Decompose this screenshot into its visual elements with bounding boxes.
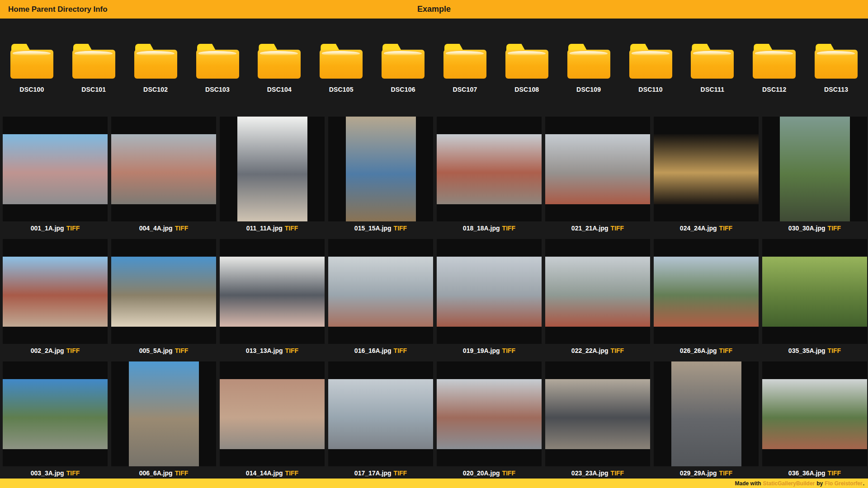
tiff-format-link[interactable]: TIFF xyxy=(285,225,298,232)
tiff-format-link[interactable]: TIFF xyxy=(175,225,189,232)
footer-builder-link[interactable]: StaticGalleryBuilder xyxy=(763,480,815,487)
photo-thumbnail[interactable] xyxy=(654,239,759,344)
photo-thumbnail[interactable] xyxy=(545,361,650,466)
tiff-format-link[interactable]: TIFF xyxy=(285,469,299,477)
photo-filename-link[interactable]: 014_14A.jpg xyxy=(246,469,283,477)
photo-image xyxy=(762,257,867,327)
tiff-format-link[interactable]: TIFF xyxy=(502,469,516,477)
photo-image xyxy=(654,134,759,204)
photo-filename-link[interactable]: 023_23A.jpg xyxy=(571,469,609,477)
folder-item[interactable]: DSC109 xyxy=(558,44,620,93)
tiff-format-link[interactable]: TIFF xyxy=(66,225,80,232)
photo-filename-link[interactable]: 024_24A.jpg xyxy=(680,225,717,232)
folder-item[interactable]: DSC106 xyxy=(372,44,434,93)
folder-item[interactable]: DSC112 xyxy=(743,44,805,93)
tiff-format-link[interactable]: TIFF xyxy=(394,347,407,354)
photo-cell: 026_26A.jpg TIFF xyxy=(654,239,759,361)
photo-filename-link[interactable]: 022_22A.jpg xyxy=(571,347,609,354)
tiff-format-link[interactable]: TIFF xyxy=(394,225,407,232)
photo-thumbnail[interactable] xyxy=(220,239,325,344)
photo-thumbnail[interactable] xyxy=(654,361,759,466)
photo-filename-link[interactable]: 017_17A.jpg xyxy=(354,469,392,477)
photo-thumbnail[interactable] xyxy=(220,361,325,466)
photo-filename-link[interactable]: 029_29A.jpg xyxy=(680,469,717,477)
nav-link[interactable]: Info xyxy=(93,5,107,14)
photo-thumbnail[interactable] xyxy=(545,117,650,221)
photo-filename-link[interactable]: 020_20A.jpg xyxy=(463,469,500,477)
photo-thumbnail[interactable] xyxy=(762,361,867,466)
photo-filename-link[interactable]: 036_36A.jpg xyxy=(788,469,826,477)
photo-filename-link[interactable]: 011_11A.jpg xyxy=(246,225,283,232)
photo-thumbnail[interactable] xyxy=(3,361,108,466)
nav-link[interactable]: Parent Directory xyxy=(32,5,91,14)
photo-label: 030_30A.jpg TIFF xyxy=(762,221,867,239)
photo-thumbnail[interactable] xyxy=(762,239,867,344)
folder-item[interactable]: DSC100 xyxy=(1,44,63,93)
photo-thumbnail[interactable] xyxy=(328,117,433,221)
folder-item[interactable]: DSC107 xyxy=(434,44,496,93)
footer-author-link[interactable]: Flo Greistorfer xyxy=(825,480,862,487)
folder-name: DSC112 xyxy=(762,86,786,93)
folder-item[interactable]: DSC103 xyxy=(187,44,249,93)
folder-item[interactable]: DSC108 xyxy=(496,44,558,93)
photo-thumbnail[interactable] xyxy=(3,117,108,221)
folder-item[interactable]: DSC101 xyxy=(63,44,125,93)
photo-filename-link[interactable]: 003_3A.jpg xyxy=(31,469,64,477)
tiff-format-link[interactable]: TIFF xyxy=(502,347,516,354)
photo-filename-link[interactable]: 013_13A.jpg xyxy=(246,347,283,354)
photo-thumbnail[interactable] xyxy=(654,117,759,221)
photo-filename-link[interactable]: 035_35A.jpg xyxy=(788,347,826,354)
photo-filename-link[interactable]: 030_30A.jpg xyxy=(788,225,826,232)
folder-item[interactable]: DSC104 xyxy=(248,44,310,93)
photo-cell: 005_5A.jpg TIFF xyxy=(111,239,216,361)
photo-thumbnail[interactable] xyxy=(328,239,433,344)
photo-thumbnail[interactable] xyxy=(437,117,542,221)
tiff-format-link[interactable]: TIFF xyxy=(828,347,841,354)
folder-item[interactable]: DSC111 xyxy=(681,44,743,93)
tiff-format-link[interactable]: TIFF xyxy=(394,469,407,477)
tiff-format-link[interactable]: TIFF xyxy=(502,225,516,232)
photo-filename-link[interactable]: 001_1A.jpg xyxy=(31,225,64,232)
tiff-format-link[interactable]: TIFF xyxy=(66,469,80,477)
photo-thumbnail[interactable] xyxy=(762,117,867,221)
photo-filename-link[interactable]: 016_16A.jpg xyxy=(354,347,392,354)
nav-link[interactable]: Home xyxy=(8,5,29,14)
photo-thumbnail[interactable] xyxy=(3,239,108,344)
photo-filename-link[interactable]: 004_4A.jpg xyxy=(139,225,173,232)
photo-thumbnail[interactable] xyxy=(328,361,433,466)
photo-image xyxy=(654,257,759,327)
photo-filename-link[interactable]: 026_26A.jpg xyxy=(680,347,717,354)
photo-thumbnail[interactable] xyxy=(111,361,216,466)
tiff-format-link[interactable]: TIFF xyxy=(285,347,299,354)
folder-item[interactable]: DSC110 xyxy=(620,44,682,93)
photo-filename-link[interactable]: 019_19A.jpg xyxy=(463,347,500,354)
tiff-format-link[interactable]: TIFF xyxy=(175,469,189,477)
photo-thumbnail[interactable] xyxy=(111,239,216,344)
tiff-format-link[interactable]: TIFF xyxy=(719,347,733,354)
tiff-format-link[interactable]: TIFF xyxy=(611,469,624,477)
photo-thumbnail[interactable] xyxy=(437,239,542,344)
folder-item[interactable]: DSC113 xyxy=(805,44,867,93)
photo-thumbnail[interactable] xyxy=(111,117,216,221)
tiff-format-link[interactable]: TIFF xyxy=(175,347,189,354)
folder-item[interactable]: DSC102 xyxy=(125,44,187,93)
tiff-format-link[interactable]: TIFF xyxy=(828,225,841,232)
photo-thumbnail[interactable] xyxy=(545,239,650,344)
photo-filename-link[interactable]: 018_18A.jpg xyxy=(463,225,500,232)
tiff-format-link[interactable]: TIFF xyxy=(611,347,624,354)
photo-filename-link[interactable]: 005_5A.jpg xyxy=(139,347,173,354)
photo-cell: 006_6A.jpg TIFF xyxy=(111,361,216,484)
photo-filename-link[interactable]: 002_2A.jpg xyxy=(31,347,64,354)
folder-item[interactable]: DSC105 xyxy=(310,44,372,93)
tiff-format-link[interactable]: TIFF xyxy=(66,347,80,354)
photo-filename-link[interactable]: 021_21A.jpg xyxy=(571,225,609,232)
tiff-format-link[interactable]: TIFF xyxy=(828,469,841,477)
photo-filename-link[interactable]: 015_15A.jpg xyxy=(354,225,392,232)
tiff-format-link[interactable]: TIFF xyxy=(719,225,733,232)
photo-thumbnail[interactable] xyxy=(220,117,325,221)
photo-filename-link[interactable]: 006_6A.jpg xyxy=(139,469,173,477)
tiff-format-link[interactable]: TIFF xyxy=(719,469,733,477)
photo-thumbnail[interactable] xyxy=(437,361,542,466)
tiff-format-link[interactable]: TIFF xyxy=(611,225,624,232)
photo-label: 018_18A.jpg TIFF xyxy=(437,221,542,239)
